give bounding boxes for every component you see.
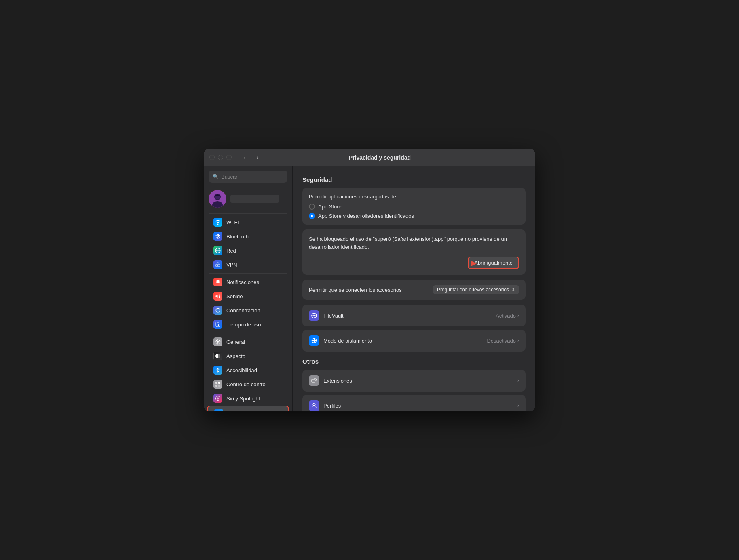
sidebar-item-notificaciones[interactable]: Notificaciones [207,275,289,289]
sidebar-item-sonido[interactable]: Sonido [207,289,289,303]
accessories-select[interactable]: Preguntar con nuevos accesorios ⬍ [433,285,519,294]
filevault-row[interactable]: FileVault Activado › [302,305,526,326]
tiempo-icon [213,320,222,329]
accessories-value: Preguntar con nuevos accesorios [437,287,509,293]
chevron-right-extensiones: › [517,378,519,383]
radio-circle-app-store [309,204,315,210]
filevault-label: FileVault [323,313,344,319]
username-placeholder [230,195,279,203]
perfiles-row[interactable]: Perfiles › [302,395,526,411]
search-icon: 🔍 [213,174,219,179]
svg-point-15 [217,368,219,369]
vpn-icon [213,260,222,269]
otros-section: Otros Extensiones › [302,358,526,411]
sidebar-item-tiempo[interactable]: Tiempo de uso [207,318,289,331]
main-panel: Seguridad Permitir aplicaciones descarga… [293,166,535,411]
sidebar-item-bluetooth[interactable]: Bluetooth [207,229,289,243]
sidebar-item-centro[interactable]: Centro de control [207,377,289,391]
window-title: Privacidad y seguridad [230,154,530,161]
search-bar[interactable]: 🔍 Buscar [209,171,287,183]
sidebar-label-siri: Siri y Spotlight [226,396,260,402]
blocked-footer: ▶ Abrir igualmente [309,257,519,269]
svg-rect-28 [312,379,315,382]
chevron-right-aislamiento: › [517,338,519,343]
user-profile[interactable] [204,187,292,210]
privacidad-icon [214,409,223,411]
sidebar-item-red[interactable]: Red [207,244,289,257]
sidebar-label-vpn: VPN [226,262,237,268]
avatar [209,190,226,208]
radio-circle-app-store-dev [309,213,315,219]
radio-group-downloads: App Store App Store y desarrolladores id… [309,204,519,219]
accessories-label: Permitir que se conecten los accesorios [309,287,402,293]
sidebar-item-privacidad[interactable]: Privacidad y seguridad [207,406,289,411]
sidebar-item-aspecto[interactable]: Aspecto [207,349,289,363]
blocked-text: Se ha bloqueado el uso de "super8 (Safar… [309,235,519,251]
sidebar-label-privacidad: Privacidad y seguridad [227,411,281,412]
sidebar-label-aspecto: Aspecto [226,353,245,359]
radio-label-app-store-dev: App Store y desarrolladores identificado… [318,213,414,219]
permitir-label: Permitir aplicaciones descargadas de [309,194,519,200]
sidebar-item-siri[interactable]: Siri y Spotlight [207,392,289,405]
sidebar-label-centro: Centro de control [226,381,267,387]
allow-downloads-card: Permitir aplicaciones descargadas de App… [302,188,526,225]
sidebar-label-tiempo: Tiempo de uso [226,322,261,328]
sidebar-label-accesibilidad: Accesibilidad [226,367,257,373]
extensiones-right: › [517,378,519,383]
sidebar-divider-3 [209,333,287,333]
svg-rect-12 [218,324,219,326]
minimize-button[interactable] [218,155,223,160]
svg-rect-16 [215,382,217,384]
sidebar-item-accesibilidad[interactable]: Accesibilidad [207,363,289,377]
sidebar-label-wifi: Wi-Fi [226,219,239,225]
svg-point-13 [217,341,219,343]
aislamiento-label: Modo de aislamiento [323,338,372,344]
aislamiento-icon [309,335,319,346]
sidebar-item-general[interactable]: General [207,335,289,349]
sidebar-label-sonido: Sonido [226,293,243,299]
perfiles-icon [309,400,319,411]
sidebar-divider-2 [209,273,287,274]
perfiles-label: Perfiles [323,403,341,409]
perfiles-left: Perfiles [309,400,341,411]
red-icon [213,246,222,255]
svg-point-8 [217,265,218,266]
svg-rect-11 [217,324,217,326]
sidebar-label-general: General [226,339,245,345]
aislamiento-right: Desactivado › [487,338,519,344]
filevault-status: Activado [496,313,516,319]
svg-rect-17 [218,382,220,384]
sidebar-item-vpn[interactable]: VPN [207,258,289,272]
filevault-right: Activado › [496,313,519,319]
notificaciones-icon [213,278,222,286]
bluetooth-icon [213,232,222,241]
sidebar-label-bluetooth: Bluetooth [226,234,249,240]
chevron-right-filevault: › [517,313,519,318]
aislamiento-status: Desactivado [487,338,516,344]
seguridad-title: Seguridad [302,176,526,183]
aislamiento-row[interactable]: Modo de aislamiento Desactivado › [302,330,526,352]
sidebar-item-wifi[interactable]: Wi-Fi [207,215,289,229]
radio-app-store[interactable]: App Store [309,204,519,210]
extensiones-row[interactable]: Extensiones › [302,370,526,392]
chevron-updown-icon: ⬍ [511,287,515,293]
sidebar-divider [209,213,287,214]
wifi-icon [213,218,222,227]
filevault-icon [309,310,319,321]
extensiones-icon [309,375,319,386]
chevron-right-perfiles: › [517,403,519,408]
radio-label-app-store: App Store [318,204,342,210]
close-button[interactable] [209,155,215,160]
svg-point-26 [313,315,315,316]
accessories-card: Permitir que se conecten los accesorios … [302,280,526,300]
perfiles-right: › [517,403,519,408]
arrow-annotation: ▶ [456,259,477,267]
siri-icon [213,394,222,403]
titlebar: ‹ › Privacidad y seguridad [204,149,535,166]
general-icon [213,337,222,346]
sidebar-label-concentracion: Concentración [226,307,260,314]
sidebar-item-concentracion[interactable]: Concentración [207,303,289,317]
aislamiento-left: Modo de aislamiento [309,335,372,346]
radio-app-store-dev[interactable]: App Store y desarrolladores identificado… [309,213,519,219]
sidebar-label-notificaciones: Notificaciones [226,279,259,285]
